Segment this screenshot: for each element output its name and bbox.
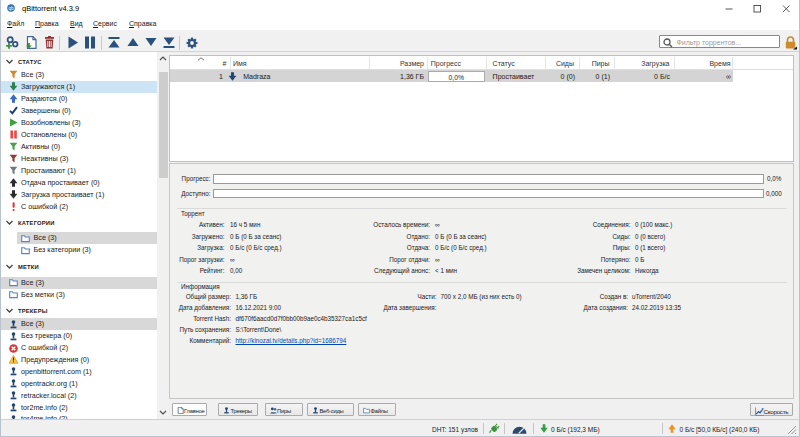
svg-text:qb: qb	[8, 6, 14, 11]
